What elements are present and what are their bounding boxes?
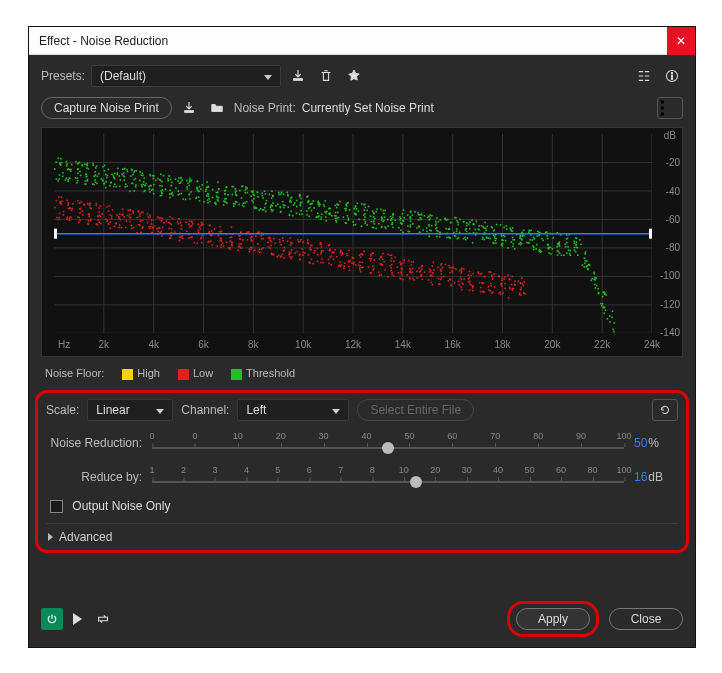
svg-rect-1369	[353, 262, 355, 264]
svg-rect-1509	[450, 267, 452, 269]
svg-rect-359	[265, 193, 267, 195]
svg-rect-652	[444, 219, 446, 221]
noise-reduction-value[interactable]: 50	[634, 436, 647, 450]
svg-rect-466	[326, 211, 328, 213]
svg-rect-808	[536, 244, 538, 246]
capture-noise-print-button[interactable]: Capture Noise Print	[41, 97, 172, 119]
delete-preset-icon[interactable]	[315, 65, 337, 87]
svg-rect-604	[412, 223, 414, 225]
svg-rect-1418	[390, 267, 392, 269]
svg-rect-82	[88, 168, 90, 170]
svg-rect-767	[514, 248, 516, 250]
svg-rect-1606	[512, 288, 514, 290]
svg-rect-848	[566, 252, 568, 254]
svg-rect-1339	[330, 264, 332, 266]
svg-rect-532	[370, 215, 372, 217]
svg-rect-1472	[421, 274, 423, 276]
output-noise-only-checkbox[interactable]	[50, 500, 63, 513]
svg-rect-311	[233, 186, 235, 188]
svg-rect-1314	[321, 258, 323, 260]
svg-rect-1378	[359, 267, 361, 269]
scale-combo[interactable]: Linear	[87, 399, 173, 421]
reduce-by-value[interactable]: 16	[634, 470, 647, 484]
svg-rect-1115	[181, 228, 183, 230]
favorite-icon[interactable]	[343, 65, 365, 87]
svg-rect-514	[354, 213, 356, 215]
svg-rect-404	[291, 197, 293, 199]
svg-rect-147	[130, 175, 132, 177]
svg-rect-992	[96, 223, 98, 225]
graph-options-icon[interactable]	[657, 97, 683, 119]
apply-button[interactable]: Apply	[516, 608, 590, 630]
save-preset-icon[interactable]	[287, 65, 309, 87]
svg-rect-131	[121, 173, 123, 175]
svg-rect-1308	[309, 249, 311, 251]
svg-rect-1058	[139, 224, 141, 226]
svg-rect-1542	[469, 289, 471, 291]
svg-rect-1524	[460, 272, 462, 274]
play-button[interactable]	[73, 613, 82, 625]
svg-rect-365	[262, 197, 264, 199]
svg-rect-521	[366, 224, 368, 226]
presets-combo[interactable]: (Default)	[91, 65, 281, 87]
svg-rect-846	[567, 246, 569, 248]
info-icon[interactable]	[661, 65, 683, 87]
svg-rect-707	[477, 228, 479, 230]
svg-rect-956	[79, 202, 81, 204]
svg-rect-348	[254, 206, 256, 208]
svg-rect-1215	[249, 251, 251, 253]
svg-rect-1428	[390, 270, 392, 272]
svg-rect-1579	[501, 279, 503, 281]
noise-reduction-chart[interactable]: dB Hz -20-40-60-80-100-120-140 2k4k6k8k1…	[41, 127, 683, 357]
close-icon[interactable]: ✕	[667, 27, 695, 55]
svg-rect-588	[400, 218, 402, 220]
svg-rect-1237	[267, 242, 269, 244]
svg-rect-188	[152, 189, 154, 191]
svg-rect-912	[602, 303, 604, 305]
svg-rect-1117	[182, 235, 184, 237]
svg-rect-598	[414, 211, 416, 213]
svg-rect-318	[233, 203, 235, 205]
svg-rect-777	[518, 243, 520, 245]
svg-rect-1441	[400, 263, 402, 265]
svg-rect-794	[529, 230, 531, 232]
load-noise-print-icon[interactable]	[178, 97, 200, 119]
svg-rect-662	[446, 219, 448, 221]
svg-rect-1303	[314, 250, 316, 252]
chevron-right-icon	[48, 533, 53, 541]
noise-floor-label: Noise Floor:	[45, 367, 104, 379]
svg-rect-969	[82, 214, 84, 216]
reset-icon[interactable]	[652, 399, 678, 421]
power-toggle[interactable]	[41, 608, 63, 630]
noise-reduction-slider[interactable]: 00102030405060708090100	[152, 431, 624, 455]
svg-rect-1590	[500, 284, 502, 286]
channel-map-icon[interactable]	[633, 65, 655, 87]
select-entire-file-button[interactable]: Select Entire File	[357, 399, 474, 421]
close-button[interactable]: Close	[609, 608, 683, 630]
svg-rect-405	[294, 202, 296, 204]
svg-rect-566	[390, 219, 392, 221]
svg-rect-41	[62, 176, 64, 178]
folder-icon[interactable]	[206, 97, 228, 119]
advanced-section-toggle[interactable]: Advanced	[46, 523, 678, 546]
svg-rect-1235	[261, 248, 263, 250]
loop-icon[interactable]	[92, 608, 114, 630]
svg-rect-1086	[161, 231, 163, 233]
svg-rect-900	[594, 278, 596, 280]
svg-rect-422	[296, 206, 298, 208]
svg-rect-975	[89, 202, 91, 204]
svg-rect-752	[504, 236, 506, 238]
svg-rect-1072	[153, 225, 155, 227]
svg-rect-570	[387, 225, 389, 227]
svg-rect-837	[557, 254, 559, 256]
svg-rect-1080	[163, 222, 165, 224]
reduce-by-slider[interactable]: 1234567810203040506080100	[152, 465, 624, 489]
svg-rect-1195	[239, 243, 241, 245]
svg-rect-1036	[132, 210, 134, 212]
svg-rect-1087	[159, 227, 161, 229]
channel-combo[interactable]: Left	[237, 399, 349, 421]
svg-rect-681	[466, 225, 468, 227]
svg-rect-261	[196, 181, 198, 183]
svg-rect-39	[57, 157, 59, 159]
svg-rect-65	[75, 177, 77, 179]
